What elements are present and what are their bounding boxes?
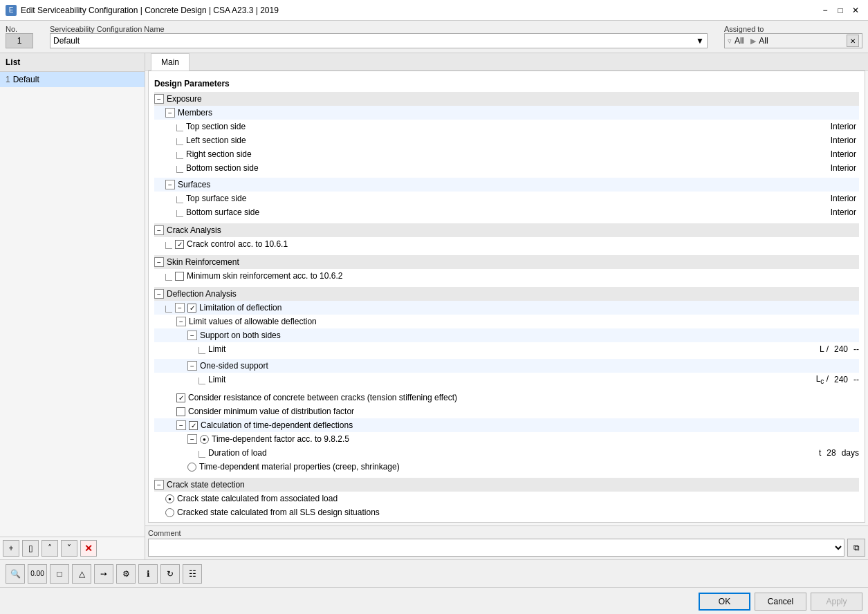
crack-state-label: Crack state detection xyxy=(167,480,859,490)
info-toolbar-button[interactable]: ℹ xyxy=(138,564,158,584)
right-section-row: Right section side Interior xyxy=(154,147,859,161)
limit-values-label: Limit values of allowable deflection xyxy=(189,317,317,326)
support-both-collapse[interactable]: − xyxy=(187,331,197,340)
limit-one-label: Limit xyxy=(208,375,512,384)
close-button[interactable]: ✕ xyxy=(849,3,862,17)
rect-toolbar-button[interactable]: □ xyxy=(50,564,69,584)
limit-unit: -- xyxy=(853,344,859,354)
surfaces-row: − Surfaces xyxy=(154,178,859,192)
no-section: No. 1 xyxy=(6,25,33,48)
crack-independent-radio[interactable] xyxy=(165,522,174,523)
min-skin-checkbox[interactable] xyxy=(175,272,184,281)
bottom-toolbar: 🔍 0.00 □ △ ➙ ⚙ ℹ ↻ ☷ xyxy=(0,559,868,587)
move-up-button[interactable]: ˄ xyxy=(41,540,58,557)
history-toolbar-button[interactable]: ↻ xyxy=(160,564,180,584)
cancel-button[interactable]: Cancel xyxy=(755,593,806,611)
list-header: List xyxy=(0,53,145,72)
crack-analysis-row: − Crack Analysis xyxy=(154,223,859,237)
delete-button[interactable]: ✕ xyxy=(80,540,97,557)
min-skin-label: Minimum skin reinforcement acc. to 10.6.… xyxy=(187,271,342,281)
members-label: Members xyxy=(178,108,859,118)
members-collapse[interactable]: − xyxy=(165,108,175,118)
top-surface-value: Interior xyxy=(824,194,859,203)
time-dep-checkbox[interactable] xyxy=(189,421,198,430)
crack-associated-radio[interactable] xyxy=(165,494,174,503)
skin-reinforcement-row: − Skin Reinforcement xyxy=(154,255,859,269)
time-dependent-row: − Calculation of time-dependent deflecti… xyxy=(154,418,859,432)
support-both-row: − Support on both sides xyxy=(154,328,859,342)
exposure-collapse[interactable]: − xyxy=(154,94,164,104)
material-props-radio[interactable] xyxy=(187,463,196,472)
factor-acc-label: Time-dependent factor acc. to 9.8.2.5 xyxy=(212,434,349,444)
maximize-button[interactable]: □ xyxy=(833,3,847,17)
dropdown-arrow-icon: ▼ xyxy=(696,36,704,46)
bottom-section-label: Bottom section side xyxy=(186,163,824,173)
list-item-label: Default xyxy=(13,75,39,84)
factor-acc-collapse[interactable]: − xyxy=(187,434,197,444)
copy-button[interactable]: ▯ xyxy=(22,540,39,557)
limit-label: Limit xyxy=(208,344,514,354)
triangle-toolbar-button[interactable]: △ xyxy=(72,564,91,584)
crack-state-row: − Crack state detection xyxy=(154,478,859,492)
limitation-checkbox[interactable] xyxy=(187,304,196,313)
deflection-collapse[interactable]: − xyxy=(154,289,164,299)
assigned-section: Assigned to ▿ All ▶ All ✕ xyxy=(724,25,862,48)
time-dep-collapse[interactable]: − xyxy=(176,420,186,430)
assigned-clear-button[interactable]: ✕ xyxy=(847,35,859,47)
consider-resistance-checkbox[interactable] xyxy=(176,393,185,402)
limit-values-row: − Limit values of allowable deflection xyxy=(154,315,859,328)
list-item-num: 1 xyxy=(6,75,10,84)
comment-input[interactable] xyxy=(148,539,844,557)
minimize-button[interactable]: − xyxy=(818,3,832,17)
list-actions: + ▯ ˄ ˅ ✕ xyxy=(0,537,145,559)
titlebar: E Edit Serviceability Configuration | Co… xyxy=(0,0,868,21)
add-button[interactable]: + xyxy=(3,540,19,557)
left-section-value: Interior xyxy=(824,136,859,145)
name-section: Serviceability Configuration Name Defaul… xyxy=(50,25,708,48)
duration-label: Duration of load xyxy=(208,448,513,458)
tab-main[interactable]: Main xyxy=(151,53,190,71)
ok-button[interactable]: OK xyxy=(699,593,750,611)
cracked-all-radio[interactable] xyxy=(165,508,174,517)
crack-analysis-label: Crack Analysis xyxy=(167,225,859,235)
exposure-row: − Exposure xyxy=(154,92,859,106)
members-row: − Members xyxy=(154,106,859,120)
comment-label: Comment xyxy=(148,529,865,537)
limit-val: 240 xyxy=(834,344,848,354)
one-sided-row: − One-sided support xyxy=(154,359,859,373)
top-surface-row: Top surface side Interior xyxy=(154,192,859,205)
apply-button[interactable]: Apply xyxy=(811,593,862,611)
top-section-value: Interior xyxy=(824,122,859,131)
search-toolbar-button[interactable]: 🔍 xyxy=(6,564,25,584)
copy-icon: ⧉ xyxy=(853,543,860,552)
list-item[interactable]: 1 Default xyxy=(0,72,145,87)
crack-state-collapse[interactable]: − xyxy=(154,480,164,490)
material-props-row: Time-dependent material properties (cree… xyxy=(154,460,859,474)
top-section-row: Top section side Interior xyxy=(154,120,859,133)
crack-control-checkbox[interactable] xyxy=(175,240,184,249)
name-dropdown[interactable]: Default ▼ xyxy=(50,33,708,48)
arrow-toolbar-button[interactable]: ➙ xyxy=(94,564,113,584)
zero-toolbar-button[interactable]: 0.00 xyxy=(28,564,47,584)
right-section-label: Right section side xyxy=(186,149,824,159)
limit-one-mid: Lc / xyxy=(816,374,829,385)
limitation-collapse[interactable]: − xyxy=(175,303,185,313)
one-sided-collapse[interactable]: − xyxy=(187,361,197,371)
factor-acc-radio[interactable] xyxy=(200,435,209,444)
gear-toolbar-button[interactable]: ⚙ xyxy=(116,564,136,584)
time-dep-label: Calculation of time-dependent deflection… xyxy=(201,420,353,430)
right-section-value: Interior xyxy=(824,149,859,159)
limit-support-row: Limit L / 240 -- xyxy=(154,342,859,356)
surfaces-collapse[interactable]: − xyxy=(165,180,175,189)
deflection-label: Deflection Analysis xyxy=(167,289,859,299)
skin-reinf-collapse[interactable]: − xyxy=(154,257,164,267)
limit-one-sided-row: Limit Lc / 240 -- xyxy=(154,373,859,387)
limit-one-unit: -- xyxy=(853,375,859,384)
limit-values-collapse[interactable]: − xyxy=(176,317,186,326)
settings2-toolbar-button[interactable]: ☷ xyxy=(183,564,202,584)
consider-minimum-checkbox[interactable] xyxy=(176,407,185,416)
move-down-button[interactable]: ˅ xyxy=(61,540,77,557)
surfaces-label: Surfaces xyxy=(178,180,859,189)
comment-copy-button[interactable]: ⧉ xyxy=(847,539,865,557)
crack-analysis-collapse[interactable]: − xyxy=(154,225,164,235)
